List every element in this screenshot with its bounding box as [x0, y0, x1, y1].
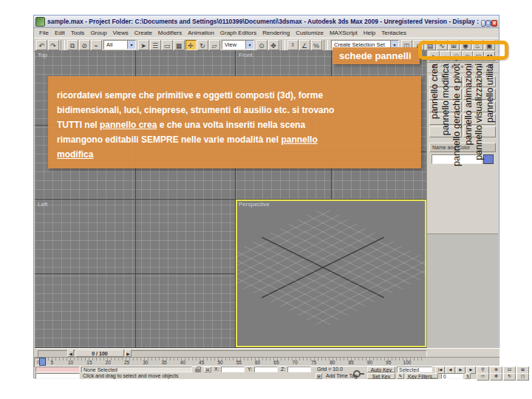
key-brush-icon[interactable]: ✎: [397, 373, 404, 379]
previous-frame-arrow[interactable]: ◀: [67, 349, 74, 357]
chevron-down-icon: ▾: [245, 41, 253, 49]
percent-snap-toggle-icon[interactable]: %: [311, 40, 322, 50]
time-cursor[interactable]: [39, 358, 46, 366]
select-and-move-icon[interactable]: ✛: [185, 40, 197, 50]
viewport-left-label[interactable]: Left: [38, 201, 47, 208]
panel-label-4: pannello animazioni: [463, 64, 474, 146]
panel-label-6: pannello utilità: [485, 64, 496, 123]
viewport-perspective[interactable]: Perspective: [236, 200, 426, 347]
note-text: TUTTI nel: [57, 120, 100, 130]
frame-tick-20: 20: [106, 360, 111, 365]
rectangular-selection-region-icon[interactable]: ▭: [162, 40, 173, 50]
frame-tick-100: 100: [403, 360, 412, 365]
selection-lock-icon[interactable]: [195, 366, 202, 372]
macro-recorder-field[interactable]: [35, 366, 80, 372]
pan-view-button[interactable]: ✥: [490, 373, 502, 381]
restore-button[interactable]: ❐: [485, 20, 491, 27]
add-time-tag[interactable]: Add Time Tag: [324, 373, 359, 379]
window-crossing-icon[interactable]: ▦: [174, 40, 185, 50]
menu-rendering[interactable]: Rendering: [259, 30, 293, 36]
snaps-toggle-icon[interactable]: ³: [287, 40, 299, 50]
frame-tick-60: 60: [255, 360, 260, 365]
use-pivot-point-center-icon[interactable]: ⊙: [256, 40, 267, 50]
chevron-down-icon: ▾: [127, 41, 135, 49]
y-coord-input[interactable]: [254, 366, 278, 372]
menu-create[interactable]: Create: [132, 30, 155, 36]
select-and-rotate-icon[interactable]: ↻: [197, 40, 208, 50]
note-text: ricordatevi sempre che primitive e ogget…: [57, 90, 323, 100]
toolbar-separator: [281, 40, 285, 50]
frame-tick-80: 80: [330, 360, 335, 365]
viewport-left[interactable]: Left: [35, 200, 235, 347]
next-frame-arrow[interactable]: ▶: [125, 349, 132, 357]
panel-label-2: pannello modifica: [440, 64, 451, 135]
frame-tick-55: 55: [236, 360, 242, 365]
maxscript-listener-field[interactable]: [35, 373, 80, 379]
menu-graph-editors[interactable]: Graph Editors: [217, 30, 259, 36]
viewport-front-label[interactable]: Front: [239, 52, 253, 58]
select-and-manipulate-icon[interactable]: ✥: [268, 40, 279, 50]
select-and-link-icon[interactable]: ⧉: [67, 40, 78, 50]
menu-help[interactable]: Help: [361, 30, 378, 36]
z-coord-label: Z:: [281, 366, 285, 372]
frame-spinner[interactable]: ⇅: [465, 373, 471, 379]
selection-filter-dropdown[interactable]: All▾: [103, 40, 136, 50]
menu-edit[interactable]: Edit: [52, 30, 68, 36]
menu-views[interactable]: Views: [110, 30, 132, 36]
tabs-highlight-rectangle: [418, 41, 508, 60]
menu-group[interactable]: Group: [87, 30, 109, 36]
note-underlined-text: pannello: [281, 134, 317, 145]
absolute-offset-mode-icon[interactable]: ⊟: [204, 366, 211, 372]
menu-customize[interactable]: Customize: [293, 30, 327, 36]
toolbar-separator: [61, 40, 65, 50]
menu-maxscript[interactable]: MAXScript: [327, 30, 361, 36]
menu-animation[interactable]: Animation: [185, 30, 217, 36]
frame-tick-95: 95: [386, 360, 391, 365]
select-and-scale-icon[interactable]: ▱: [209, 40, 220, 50]
undo-icon[interactable]: ↶: [36, 40, 47, 50]
menu-tools[interactable]: Tools: [68, 30, 88, 36]
panel-label-5: pannello visualizzazioni: [474, 64, 485, 160]
key-filters-button[interactable]: Key Filters...: [406, 373, 438, 379]
y-coord-label: Y:: [248, 366, 252, 372]
toolbar-separator: [324, 40, 328, 50]
zoom-region-button[interactable]: ▭: [477, 373, 489, 381]
frame-tick-75: 75: [311, 360, 316, 365]
menu-tentacles[interactable]: Tentacles: [378, 30, 409, 36]
menu-file[interactable]: File: [36, 30, 52, 36]
note-text: rimangono editabili SEMPRE nelle varie m…: [57, 134, 281, 145]
frame-tick-85: 85: [348, 360, 353, 365]
time-tag-icon[interactable]: ⊞: [316, 373, 322, 379]
frame-tick-50: 50: [217, 360, 222, 365]
frame-tick-40: 40: [180, 360, 185, 365]
key-mode-dropdown[interactable]: Selected: [397, 366, 432, 372]
frame-tick-35: 35: [161, 360, 166, 365]
auto-key-button[interactable]: Auto Key: [367, 366, 395, 372]
select-by-name-icon[interactable]: ☰: [150, 40, 161, 50]
status-bar: None Selected ⊟ X: Y: Z: Grid = 10.0 Aut…: [35, 366, 499, 379]
maximize-viewport-toggle-button[interactable]: ◳: [516, 373, 529, 381]
minimize-button[interactable]: _: [481, 20, 485, 27]
redo-icon[interactable]: ↷: [48, 40, 59, 50]
current-frame-field[interactable]: 0: [441, 373, 463, 379]
time-slider-button[interactable]: 0 / 100: [75, 349, 124, 357]
close-button[interactable]: ✕: [491, 20, 497, 27]
select-object-icon[interactable]: ➤: [138, 40, 149, 50]
frame-tick-65: 65: [273, 360, 279, 365]
set-key-button[interactable]: Set Key: [367, 373, 395, 379]
menu-modifiers[interactable]: Modifiers: [155, 30, 185, 36]
menu-bar: FileEditToolsGroupViewsCreateModifiersAn…: [34, 28, 499, 38]
prompt-line: Click and drag to select and move object…: [81, 373, 310, 379]
z-coord-input[interactable]: [287, 366, 311, 372]
reference-coordinate-system-dropdown[interactable]: View▾: [222, 40, 254, 50]
unlink-selection-icon[interactable]: ⊘: [79, 40, 90, 50]
viewport-perspective-label[interactable]: Perspective: [239, 201, 270, 208]
arc-rotate-button[interactable]: ↻: [503, 373, 516, 381]
window-controls: _❐✕: [481, 15, 497, 28]
angle-snap-toggle-icon[interactable]: ∠: [299, 40, 310, 50]
note-text: bidimensionali, luci, cineprese, strumen…: [57, 105, 334, 115]
x-coord-input[interactable]: [221, 366, 245, 372]
object-color-swatch[interactable]: [483, 154, 494, 164]
viewport-top-label[interactable]: Top: [38, 52, 47, 58]
bind-to-space-warp-icon[interactable]: ⌁: [91, 40, 102, 50]
